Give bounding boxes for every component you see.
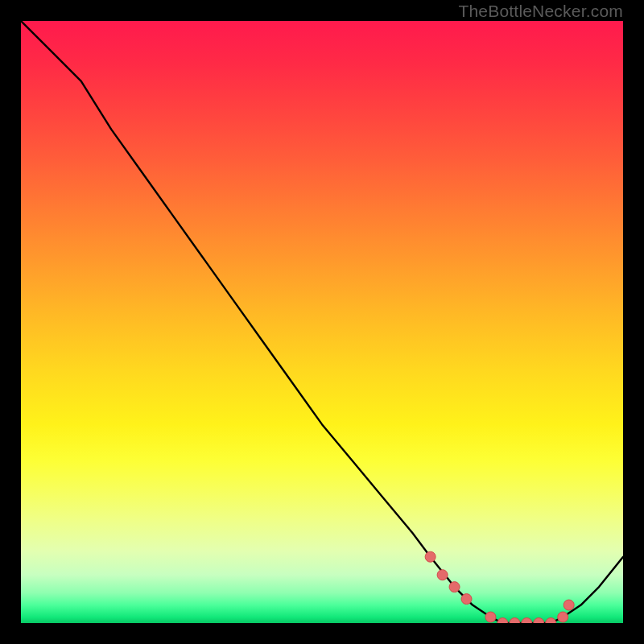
curve-marker [461, 594, 472, 605]
curve-marker [522, 618, 532, 624]
curve-marker [510, 618, 520, 624]
curve-marker [546, 618, 556, 624]
curve-marker [564, 600, 574, 610]
chart-frame: TheBottleNecker.com [0, 0, 644, 644]
curve-marker [425, 551, 436, 562]
curve-marker [497, 618, 508, 624]
bottleneck-curve [21, 21, 623, 623]
curve-marker [534, 618, 544, 624]
curve-marker [485, 612, 496, 622]
curve-marker [437, 570, 448, 580]
curve-marker [449, 582, 460, 592]
attribution-label: TheBottleNecker.com [458, 2, 623, 21]
curve-marker [558, 612, 568, 622]
plot-area [21, 21, 623, 623]
